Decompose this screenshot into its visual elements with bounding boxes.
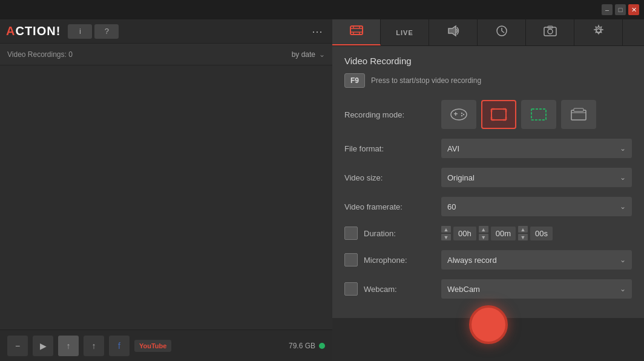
video-size-value: Original — [447, 173, 475, 182]
sort-button[interactable]: by date ⌄ — [292, 50, 325, 59]
minus-button[interactable]: − — [7, 336, 28, 356]
tab-settings[interactable] — [574, 19, 623, 45]
mode-gamepad-button[interactable] — [441, 100, 476, 129]
shortcut-key-badge: F9 — [344, 73, 365, 88]
right-panel-wrapper: LIVE — [332, 19, 644, 361]
storage-led-icon — [319, 343, 325, 349]
export-button[interactable]: ↑ — [84, 336, 104, 356]
record-button[interactable] — [469, 305, 508, 344]
more-options-button[interactable]: ⋯ — [308, 25, 326, 38]
minutes-value: 00m — [491, 227, 516, 240]
video-framerate-dropdown[interactable]: 60 ⌄ — [441, 197, 632, 216]
seconds-stepper: ▲ ▼ — [518, 226, 528, 240]
tab-screenshot[interactable] — [526, 19, 574, 45]
sort-chevron-icon: ⌄ — [319, 50, 325, 59]
svg-point-18 — [461, 113, 462, 114]
hours-stepper: ▲ ▼ — [441, 226, 451, 240]
recordings-content-area — [0, 65, 332, 330]
file-format-dropdown[interactable]: AVI ⌄ — [441, 139, 632, 158]
tab-bar: LIVE — [332, 19, 644, 46]
upload-button[interactable]: ↑ — [58, 336, 79, 356]
seconds-up-button[interactable]: ▲ — [518, 226, 528, 233]
left-panel: ACTION! i ? ⋯ Video Recordings: 0 by dat… — [0, 19, 332, 361]
video-size-control: Original ⌄ — [441, 168, 632, 187]
bottom-bar: − ▶ ↑ ↑ f YouTube 79.6 GB — [0, 330, 332, 361]
svg-rect-17 — [455, 112, 456, 116]
duration-row: Duration: ▲ ▼ 00h ▲ ▼ 00m ▲ — [344, 226, 632, 240]
minutes-up-button[interactable]: ▲ — [479, 226, 488, 233]
webcam-checkbox[interactable] — [344, 282, 358, 296]
minutes-stepper: ▲ ▼ — [479, 226, 488, 240]
duration-label: Duration: — [364, 229, 441, 238]
microphone-row: Microphone: Always record ⌄ — [344, 250, 632, 270]
header-info-buttons: i ? — [68, 24, 119, 39]
duration-checkbox[interactable] — [344, 227, 358, 240]
webcam-value: WebCam — [447, 285, 480, 294]
mode-window-button[interactable] — [561, 100, 596, 129]
record-button-container — [469, 305, 508, 344]
video-size-label: Video size: — [344, 173, 441, 182]
main-container: ACTION! i ? ⋯ Video Recordings: 0 by dat… — [0, 19, 644, 361]
mode-fullscreen-button[interactable] — [481, 100, 516, 129]
svg-rect-33 — [574, 108, 583, 111]
recording-mode-controls — [441, 100, 632, 129]
hours-down-button[interactable]: ▼ — [441, 234, 451, 240]
facebook-button[interactable]: f — [109, 336, 130, 356]
app-logo: ACTION! — [6, 24, 61, 38]
title-bar: – □ ✕ — [0, 0, 644, 19]
window-controls: – □ ✕ — [602, 4, 639, 15]
microphone-chevron-icon: ⌄ — [620, 256, 626, 264]
right-content: Video Recording F9 Press to start/stop v… — [332, 46, 644, 318]
svg-marker-7 — [448, 26, 456, 36]
video-framerate-row: Video framerate: 60 ⌄ — [344, 197, 632, 216]
app-header: ACTION! i ? ⋯ — [0, 19, 332, 44]
tab-audio[interactable] — [429, 19, 478, 45]
live-tab-label: LIVE — [396, 29, 413, 36]
file-format-row: File format: AVI ⌄ — [344, 139, 632, 158]
duration-controls: ▲ ▼ 00h ▲ ▼ 00m ▲ ▼ 00s — [441, 226, 553, 240]
svg-point-20 — [461, 115, 462, 116]
sort-label: by date — [292, 50, 315, 59]
play-button[interactable]: ▶ — [33, 336, 53, 356]
video-tab-icon — [350, 25, 363, 39]
video-framerate-label: Video framerate: — [344, 202, 441, 211]
hours-up-button[interactable]: ▲ — [441, 226, 451, 233]
tab-live[interactable]: LIVE — [381, 19, 429, 45]
svg-rect-21 — [491, 109, 506, 120]
mode-region-button[interactable] — [521, 100, 556, 129]
youtube-button[interactable]: YouTube — [134, 340, 171, 352]
minutes-down-button[interactable]: ▼ — [479, 234, 488, 240]
video-framerate-value: 60 — [447, 202, 456, 211]
filter-bar: Video Recordings: 0 by date ⌄ — [0, 44, 332, 65]
microphone-label: Microphone: — [364, 256, 441, 265]
recordings-count: Video Recordings: 0 — [7, 50, 292, 59]
webcam-label: Webcam: — [364, 285, 441, 294]
microphone-dropdown[interactable]: Always record ⌄ — [441, 250, 632, 270]
microphone-checkbox[interactable] — [344, 253, 358, 267]
file-format-chevron-icon: ⌄ — [620, 144, 626, 153]
minimize-button[interactable]: – — [602, 4, 613, 15]
file-format-value: AVI — [447, 144, 459, 153]
info-button[interactable]: i — [68, 24, 92, 39]
webcam-row: Webcam: WebCam ⌄ — [344, 279, 632, 299]
recording-mode-label: Recording mode: — [344, 110, 441, 119]
storage-label: 79.6 GB — [289, 342, 315, 350]
seconds-down-button[interactable]: ▼ — [518, 234, 528, 240]
shortcut-description: Press to start/stop video recording — [371, 76, 481, 85]
video-size-dropdown[interactable]: Original ⌄ — [441, 168, 632, 187]
close-button[interactable]: ✕ — [628, 4, 639, 15]
svg-line-10 — [502, 31, 504, 33]
storage-info: 79.6 GB — [289, 342, 325, 350]
svg-point-12 — [548, 29, 553, 34]
tab-schedule[interactable] — [478, 19, 526, 45]
hours-value: 00h — [453, 227, 476, 240]
seconds-value: 00s — [530, 227, 553, 240]
schedule-tab-icon — [496, 25, 508, 40]
tab-video[interactable] — [332, 19, 381, 45]
svg-rect-0 — [350, 26, 363, 35]
video-size-chevron-icon: ⌄ — [620, 173, 626, 182]
maximize-button[interactable]: □ — [615, 4, 626, 15]
webcam-dropdown[interactable]: WebCam ⌄ — [441, 279, 632, 299]
file-format-label: File format: — [344, 144, 441, 153]
help-button[interactable]: ? — [94, 24, 119, 39]
